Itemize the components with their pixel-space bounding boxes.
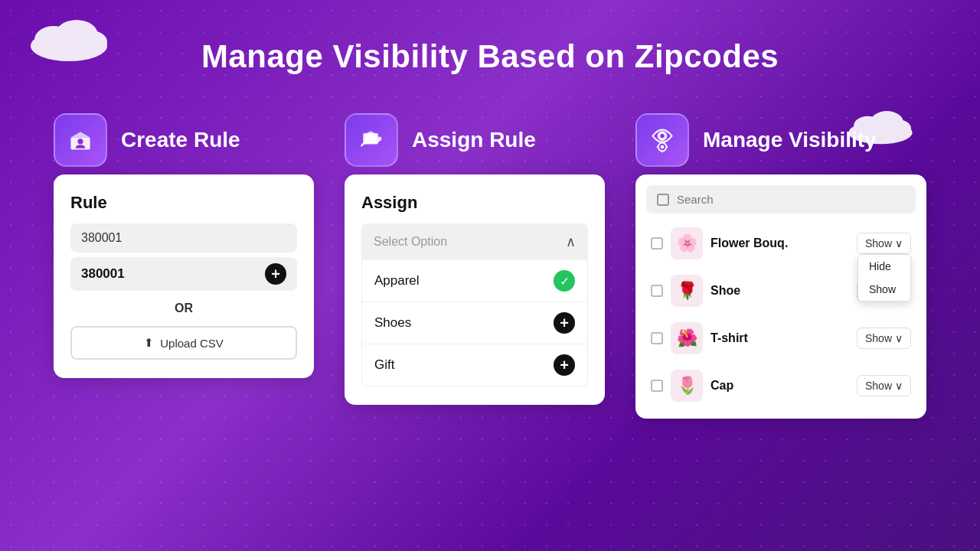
rule-label: Rule bbox=[70, 193, 297, 213]
cloud-right-icon bbox=[842, 107, 919, 145]
assign-item-name: Apparel bbox=[374, 273, 420, 289]
product-thumb-tshirt: 🌺 bbox=[671, 322, 703, 354]
assign-list: Apparel ✓ Shoes + Gift + bbox=[361, 260, 588, 386]
select-placeholder: Select Option bbox=[374, 235, 447, 249]
svg-point-19 bbox=[661, 145, 665, 149]
page-header: Manage Visibility Based on Zipcodes bbox=[38, 23, 942, 75]
svg-marker-9 bbox=[70, 132, 90, 137]
assign-item-apparel[interactable]: Apparel ✓ bbox=[362, 260, 587, 302]
chevron-up-icon: ∧ bbox=[566, 233, 576, 250]
dropdown-show-option[interactable]: Show bbox=[858, 278, 910, 301]
show-dropdown-wrapper: Show ∨ Hide Show bbox=[857, 233, 911, 254]
hand-box-icon bbox=[358, 126, 385, 154]
assign-rule-icon bbox=[345, 113, 398, 167]
svg-point-7 bbox=[888, 120, 911, 138]
assign-rule-section: Assign Rule Assign Select Option ∧ Appar… bbox=[345, 113, 605, 405]
product-name-shoe: Shoe bbox=[710, 284, 849, 298]
product-thumb-shoe: 🌹 bbox=[671, 275, 703, 307]
product-row-cap: 🌷 Cap Show ∨ bbox=[646, 364, 916, 408]
visibility-dropdown-popup: Hide Show bbox=[858, 254, 911, 302]
product-checkbox[interactable] bbox=[651, 285, 663, 297]
search-row bbox=[646, 185, 916, 214]
product-row-tshirt: 🌺 T-shirt Show ∨ bbox=[646, 316, 916, 360]
product-name-cap: Cap bbox=[710, 379, 849, 393]
rule-input[interactable] bbox=[81, 231, 286, 245]
show-label: Show bbox=[865, 380, 892, 392]
manage-visibility-card: 🌸 Flower Bouq. Show ∨ Hide Show bbox=[635, 174, 926, 419]
assign-item-gift[interactable]: Gift + bbox=[362, 344, 587, 386]
chevron-down-icon: ∨ bbox=[895, 380, 903, 392]
check-icon: ✓ bbox=[554, 270, 575, 292]
svg-rect-14 bbox=[364, 135, 377, 143]
create-rule-section: Create Rule Rule 380001 + OR ⬆ Upload CS… bbox=[54, 113, 314, 378]
chevron-down-icon: ∨ bbox=[895, 332, 903, 344]
manage-visibility-header: Manage Visibility bbox=[635, 113, 877, 167]
rule-input-wrapper bbox=[70, 223, 297, 253]
product-name-tshirt: T-shirt bbox=[710, 331, 849, 345]
create-rule-icon bbox=[54, 113, 107, 167]
or-divider: OR bbox=[70, 302, 297, 315]
rule-entry-value: 380001 bbox=[81, 266, 125, 282]
product-list: 🌸 Flower Bouq. Show ∨ Hide Show bbox=[646, 221, 916, 408]
product-name-flower: Flower Bouq. bbox=[710, 236, 849, 250]
add-icon: + bbox=[554, 354, 575, 376]
create-rule-card: Rule 380001 + OR ⬆ Upload CSV bbox=[54, 174, 314, 378]
chevron-down-icon: ∨ bbox=[895, 237, 903, 249]
svg-point-3 bbox=[77, 31, 107, 54]
add-icon: + bbox=[554, 312, 575, 334]
page-title: Manage Visibility Based on Zipcodes bbox=[38, 38, 942, 75]
search-checkbox[interactable] bbox=[657, 194, 669, 206]
page-wrapper: Manage Visibility Based on Zipcodes Crea… bbox=[0, 0, 980, 551]
product-thumb-cap: 🌷 bbox=[671, 370, 703, 402]
select-dropdown[interactable]: Select Option ∧ bbox=[361, 223, 588, 260]
product-thumb-flower: 🌸 bbox=[671, 227, 703, 259]
assign-rule-card: Assign Select Option ∧ Apparel ✓ Shoes + bbox=[345, 174, 605, 405]
dropdown-hide-option[interactable]: Hide bbox=[858, 255, 910, 278]
assign-item-name: Shoes bbox=[374, 315, 411, 331]
svg-point-17 bbox=[660, 134, 664, 138]
show-button-cap[interactable]: Show ∨ bbox=[857, 375, 911, 396]
show-button-flower[interactable]: Show ∨ bbox=[857, 233, 911, 254]
upload-csv-button[interactable]: ⬆ Upload CSV bbox=[70, 326, 297, 360]
create-rule-title: Create Rule bbox=[121, 128, 240, 152]
cards-row: Create Rule Rule 380001 + OR ⬆ Upload CS… bbox=[38, 113, 942, 419]
assign-label: Assign bbox=[361, 193, 588, 213]
add-rule-button[interactable]: + bbox=[265, 263, 286, 285]
assign-item-name: Gift bbox=[374, 357, 394, 373]
upload-label: Upload CSV bbox=[160, 337, 224, 350]
show-label: Show bbox=[865, 332, 892, 344]
create-rule-header: Create Rule bbox=[54, 113, 240, 167]
show-button-tshirt[interactable]: Show ∨ bbox=[857, 328, 911, 349]
svg-point-10 bbox=[77, 139, 83, 144]
manage-visibility-icon bbox=[635, 113, 689, 167]
assign-item-shoes[interactable]: Shoes + bbox=[362, 302, 587, 344]
product-checkbox[interactable] bbox=[651, 237, 663, 249]
show-label: Show bbox=[865, 237, 892, 249]
upload-icon: ⬆ bbox=[144, 336, 154, 350]
eye-settings-icon bbox=[648, 126, 676, 154]
assign-rule-title: Assign Rule bbox=[412, 128, 536, 152]
product-checkbox[interactable] bbox=[651, 332, 663, 344]
svg-point-13 bbox=[377, 137, 381, 141]
manage-visibility-section: Manage Visibility 🌸 Flower Bouq. bbox=[635, 113, 926, 419]
box-people-icon bbox=[67, 126, 94, 154]
rule-entry-row: 380001 + bbox=[70, 257, 297, 291]
assign-rule-header: Assign Rule bbox=[345, 113, 536, 167]
cloud-left-icon bbox=[23, 15, 115, 61]
search-input[interactable] bbox=[677, 193, 905, 206]
product-row-flower: 🌸 Flower Bouq. Show ∨ Hide Show bbox=[646, 221, 916, 266]
product-checkbox[interactable] bbox=[651, 380, 663, 392]
svg-marker-15 bbox=[364, 131, 377, 135]
